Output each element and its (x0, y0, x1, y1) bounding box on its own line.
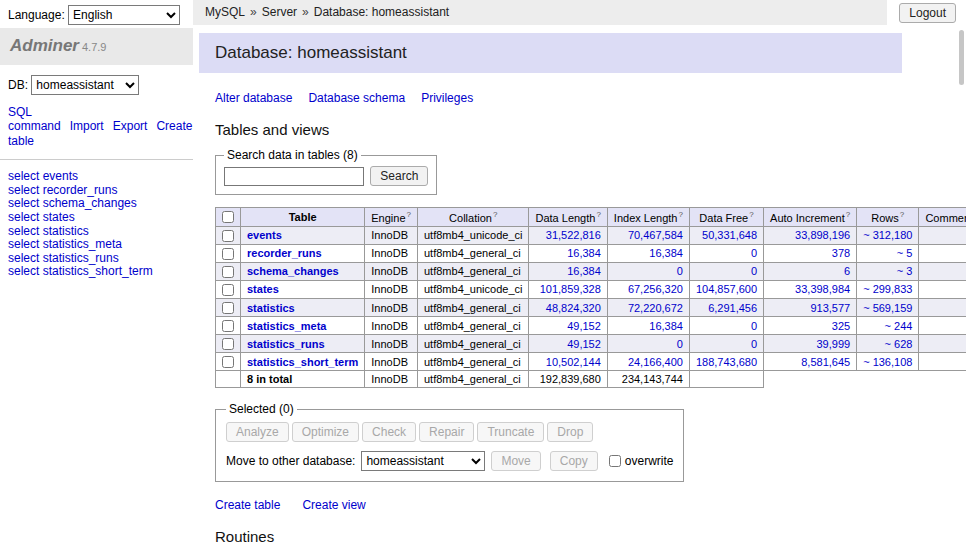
index-length-link[interactable]: 0 (677, 338, 683, 350)
auto-increment-link[interactable]: 325 (832, 320, 850, 332)
row-checkbox[interactable] (222, 266, 234, 278)
row-checkbox[interactable] (222, 248, 234, 260)
data-length-link[interactable]: 16,384 (567, 247, 601, 259)
rows-count-link[interactable]: ~ 5 (897, 247, 913, 259)
auto-increment-link[interactable]: 39,999 (817, 338, 851, 350)
sidebar-action-link[interactable]: Import (70, 119, 104, 133)
sidebar-table-link[interactable]: select recorder_runs (8, 184, 185, 197)
breadcrumb-item[interactable]: MySQL (205, 5, 245, 19)
sidebar-table-link[interactable]: select schema_changes (8, 197, 185, 210)
rows-count-link[interactable]: ~ 136,108 (863, 356, 912, 368)
create-link[interactable]: Create view (302, 498, 365, 512)
rows-count-link[interactable]: ~ 312,180 (863, 229, 912, 241)
logout-button[interactable]: Logout (899, 3, 956, 23)
rows-count-link[interactable]: ~ 3 (897, 265, 913, 277)
rows-count-link[interactable]: ~ 244 (885, 320, 913, 332)
table-name-link[interactable]: events (247, 229, 282, 241)
scrollbar-thumb[interactable] (959, 30, 964, 85)
index-length-link[interactable]: 67,256,320 (628, 283, 683, 295)
index-length-link[interactable]: 70,467,584 (628, 229, 683, 241)
auto-increment-link[interactable]: 913,577 (810, 302, 850, 314)
data-free-link[interactable]: 0 (751, 320, 757, 332)
data-length-link[interactable]: 49,152 (567, 338, 601, 350)
repair-button[interactable]: Repair (419, 422, 474, 442)
help-link[interactable]: ? (493, 210, 497, 219)
sidebar-action-link[interactable]: Export (113, 119, 148, 133)
search-input[interactable] (224, 167, 364, 186)
data-free-link[interactable]: 50,331,648 (702, 229, 757, 241)
truncate-button[interactable]: Truncate (477, 422, 544, 442)
cell-engine: InnoDB (365, 262, 418, 280)
breadcrumb-item[interactable]: Server (262, 5, 297, 19)
table-name-link[interactable]: recorder_runs (247, 247, 322, 259)
data-length-link[interactable]: 48,824,320 (546, 302, 601, 314)
help-link[interactable]: ? (678, 210, 682, 219)
row-checkbox[interactable] (222, 230, 234, 242)
db-select[interactable]: homeassistant (31, 75, 139, 95)
table-name-link[interactable]: statistics (247, 302, 295, 314)
sidebar-table-link[interactable]: select states (8, 211, 185, 224)
copy-button[interactable]: Copy (550, 451, 598, 471)
rows-count-link[interactable]: ~ 299,833 (863, 283, 912, 295)
table-name-link[interactable]: states (247, 283, 279, 295)
check-button[interactable]: Check (362, 422, 416, 442)
help-link[interactable]: ? (596, 210, 600, 219)
row-checkbox[interactable] (222, 338, 234, 350)
index-length-link[interactable]: 16,384 (649, 320, 683, 332)
sidebar-table-link[interactable]: select statistics_runs (8, 252, 185, 265)
row-checkbox[interactable] (222, 320, 234, 332)
sidebar-table-link[interactable]: select statistics_short_term (8, 265, 185, 278)
index-length-link[interactable]: 24,166,400 (628, 356, 683, 368)
data-free-link[interactable]: 0 (751, 265, 757, 277)
create-link[interactable]: Create table (215, 498, 280, 512)
help-link[interactable]: ? (846, 210, 850, 219)
overwrite-checkbox[interactable] (609, 455, 621, 467)
data-length-link[interactable]: 16,384 (567, 265, 601, 277)
sidebar-action-link[interactable]: SQL command (8, 105, 61, 133)
move-db-select[interactable]: homeassistant (361, 451, 485, 471)
auto-increment-link[interactable]: 6 (844, 265, 850, 277)
database-action-link[interactable]: Alter database (215, 91, 292, 105)
sidebar-table-link[interactable]: select statistics (8, 225, 185, 238)
help-link[interactable]: ? (407, 210, 411, 219)
database-action-link[interactable]: Privileges (421, 91, 473, 105)
row-checkbox[interactable] (222, 302, 234, 314)
optimize-button[interactable]: Optimize (292, 422, 359, 442)
language-select[interactable]: English (68, 5, 180, 25)
select-all-checkbox[interactable] (222, 211, 234, 223)
row-checkbox[interactable] (222, 284, 234, 296)
drop-button[interactable]: Drop (547, 422, 593, 442)
scrollbar[interactable] (956, 0, 966, 543)
help-link[interactable]: ? (749, 210, 753, 219)
auto-increment-link[interactable]: 378 (832, 247, 850, 259)
data-length-link[interactable]: 10,502,144 (546, 356, 601, 368)
row-checkbox[interactable] (222, 356, 234, 368)
data-length-link[interactable]: 101,859,328 (540, 283, 601, 295)
sidebar-table-link[interactable]: select statistics_meta (8, 238, 185, 251)
index-length-link[interactable]: 0 (677, 265, 683, 277)
auto-increment-link[interactable]: 33,898,196 (795, 229, 850, 241)
data-free-link[interactable]: 0 (751, 247, 757, 259)
help-link[interactable]: ? (900, 210, 904, 219)
search-button[interactable]: Search (370, 166, 428, 186)
table-name-link[interactable]: statistics_short_term (247, 356, 358, 368)
data-length-link[interactable]: 49,152 (567, 320, 601, 332)
auto-increment-link[interactable]: 8,581,645 (801, 356, 850, 368)
sidebar-table-link[interactable]: select events (8, 170, 185, 183)
data-free-link[interactable]: 0 (751, 338, 757, 350)
database-action-link[interactable]: Database schema (308, 91, 405, 105)
move-button[interactable]: Move (491, 451, 540, 471)
index-length-link[interactable]: 16,384 (649, 247, 683, 259)
data-length-link[interactable]: 31,522,816 (546, 229, 601, 241)
table-name-link[interactable]: schema_changes (247, 265, 339, 277)
analyze-button[interactable]: Analyze (226, 422, 289, 442)
table-name-link[interactable]: statistics_runs (247, 338, 325, 350)
rows-count-link[interactable]: ~ 628 (885, 338, 913, 350)
data-free-link[interactable]: 188,743,680 (696, 356, 757, 368)
data-free-link[interactable]: 6,291,456 (708, 302, 757, 314)
table-name-link[interactable]: statistics_meta (247, 320, 327, 332)
rows-count-link[interactable]: ~ 569,159 (863, 302, 912, 314)
auto-increment-link[interactable]: 33,398,984 (795, 283, 850, 295)
data-free-link[interactable]: 104,857,600 (696, 283, 757, 295)
index-length-link[interactable]: 72,220,672 (628, 302, 683, 314)
